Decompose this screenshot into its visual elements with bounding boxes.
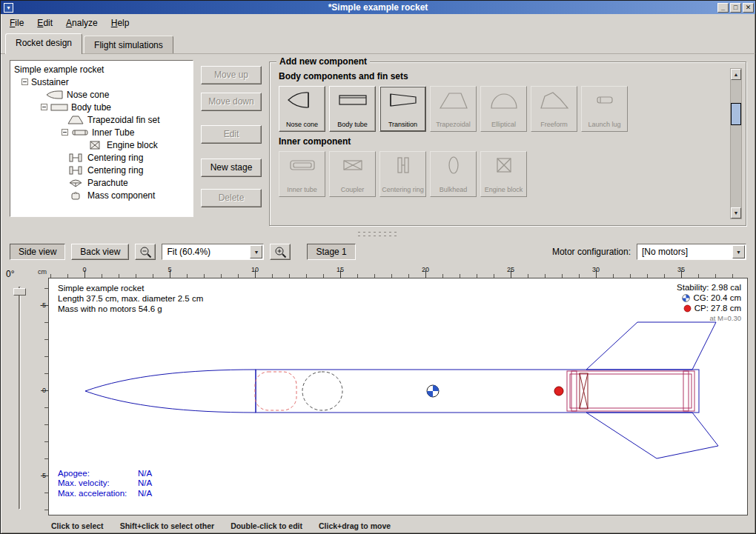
hint-shift-click: Shift+click to select other — [120, 521, 215, 530]
add-trapezoidal-fin-button[interactable]: Trapezoidal — [430, 86, 477, 132]
add-launch-lug-button[interactable]: Launch lug — [581, 86, 628, 132]
scrollbar-thumb[interactable] — [731, 103, 741, 125]
zoom-out-button[interactable] — [135, 244, 156, 260]
add-centering-ring-button[interactable]: Centering ring — [379, 151, 426, 197]
add-engine-block-button[interactable]: Engine block — [480, 151, 527, 197]
rocket-canvas[interactable]: Simple example rocket Length 37.5 cm, ma… — [48, 278, 748, 515]
tree-item-rocket[interactable]: Simple example rocket — [10, 63, 193, 76]
add-elliptical-fin-button[interactable]: Elliptical — [480, 86, 527, 132]
maximize-button[interactable]: □ — [730, 3, 741, 13]
zoom-select[interactable]: Fit (60.4%) ▼ — [162, 244, 264, 260]
max-velocity-label: Max. velocity: — [58, 478, 138, 489]
status-bar: Click to select Shift+click to select ot… — [1, 518, 755, 533]
parachute-outline[interactable] — [255, 372, 296, 410]
add-body-tube-button[interactable]: Body tube — [329, 86, 376, 132]
stage-1-toggle[interactable]: Stage 1 — [307, 244, 355, 260]
expander-icon[interactable] — [21, 79, 28, 85]
tree-item-sustainer[interactable]: Sustainer — [10, 76, 193, 88]
ruler-label: -5 — [36, 301, 46, 309]
edit-button[interactable]: Edit — [201, 125, 262, 144]
tree-item-label: Inner Tube — [92, 127, 134, 138]
engine-block-icon — [488, 156, 520, 175]
add-inner-tube-button[interactable]: Inner tube — [279, 151, 325, 197]
engine-block-outline[interactable] — [580, 373, 588, 409]
component-panel-scrollbar[interactable]: ▲ ▼ — [730, 68, 742, 219]
inner-tube-outline[interactable] — [567, 371, 694, 411]
tree-item-parachute[interactable]: Parachute — [10, 176, 193, 189]
tree-actions: Move up Move down Edit New stage Delete — [201, 60, 262, 207]
body-components-label: Body components and fin sets — [279, 71, 726, 81]
move-up-button[interactable]: Move up — [201, 66, 262, 84]
side-view-button[interactable]: Side view — [10, 244, 65, 260]
apogee-label: Apogee: — [58, 469, 138, 479]
tree-item-centering-ring-2[interactable]: Centering ring — [10, 164, 193, 176]
rocket-name: Simple example rocket — [58, 283, 203, 293]
window-menu-icon[interactable]: ▾ — [4, 3, 13, 13]
tree-item-label: Sustainer — [31, 77, 69, 87]
transition-icon — [387, 90, 420, 110]
minimize-button[interactable]: _ — [717, 3, 729, 13]
zoom-out-icon — [139, 246, 152, 258]
close-button[interactable]: ✕ — [743, 3, 754, 13]
freeform-fin-icon — [538, 90, 571, 110]
menu-help[interactable]: Help — [105, 16, 136, 30]
tree-item-body-tube[interactable]: Body tube — [10, 101, 193, 113]
fin-set-icon — [67, 116, 84, 124]
expander-icon[interactable] — [41, 104, 47, 110]
tree-item-fin-set[interactable]: Trapezoidal fin set — [10, 113, 193, 126]
delete-button[interactable]: Delete — [201, 189, 262, 207]
scroll-up-icon[interactable]: ▲ — [731, 69, 741, 80]
tree-item-label: Parachute — [87, 178, 128, 188]
ruler-label: 5 — [168, 266, 171, 273]
rocket-info: Simple example rocket Length 37.5 cm, ma… — [58, 283, 203, 314]
new-stage-button[interactable]: New stage — [201, 158, 262, 177]
mach-label: at M=0.30 — [677, 313, 741, 324]
menubar: File Edit Analyze Help — [1, 14, 755, 32]
ruler-label: 35 — [677, 266, 685, 273]
ruler-label: 0 — [82, 266, 86, 273]
move-down-button[interactable]: Move down — [201, 93, 262, 111]
back-view-button[interactable]: Back view — [71, 244, 129, 260]
button-label: Elliptical — [491, 121, 516, 129]
zoom-in-button[interactable] — [270, 244, 291, 260]
design-top-section: Simple example rocket Sustainer Nose con… — [1, 54, 755, 227]
cg-value: CG: 20.4 cm — [693, 293, 741, 303]
tab-flight-simulations[interactable]: Flight simulations — [84, 36, 173, 53]
chevron-down-icon[interactable]: ▼ — [732, 245, 745, 258]
button-label: Centering ring — [382, 187, 424, 194]
add-bulkhead-button[interactable]: Bulkhead — [430, 151, 477, 197]
app-window: ▾ *Simple example rocket _ □ ✕ File Edit… — [0, 0, 756, 534]
ruler-label: 5 — [36, 472, 46, 479]
tree-item-label: Body tube — [71, 102, 111, 113]
rotation-slider[interactable] — [19, 287, 21, 510]
mass-component-outline[interactable] — [302, 372, 342, 410]
titlebar[interactable]: ▾ *Simple example rocket _ □ ✕ — [1, 1, 755, 14]
launch-lug-icon — [588, 90, 621, 110]
menu-edit[interactable]: Edit — [31, 16, 59, 30]
rotation-slider-thumb[interactable] — [13, 288, 26, 296]
scroll-down-icon[interactable]: ▼ — [731, 207, 741, 218]
horizontal-ruler: 0 5 10 15 20 25 30 35 — [48, 266, 748, 278]
chevron-down-icon[interactable]: ▼ — [250, 245, 262, 258]
menu-analyze[interactable]: Analyze — [60, 16, 104, 30]
add-transition-button[interactable]: Transition — [379, 86, 426, 132]
tree-item-centering-ring-1[interactable]: Centering ring — [10, 151, 193, 164]
expander-icon[interactable] — [62, 129, 68, 136]
component-tree[interactable]: Simple example rocket Sustainer Nose con… — [10, 60, 193, 217]
button-label: Engine block — [485, 187, 523, 194]
tab-rocket-design[interactable]: Rocket design — [5, 33, 82, 54]
tree-item-inner-tube[interactable]: Inner Tube — [10, 126, 193, 138]
button-label: Coupler — [341, 187, 365, 194]
menu-file[interactable]: File — [4, 16, 30, 30]
add-nose-cone-button[interactable]: Nose cone — [279, 86, 325, 132]
elliptical-fin-icon — [488, 90, 520, 110]
motor-configuration-select[interactable]: [No motors] ▼ — [637, 244, 746, 260]
tree-item-mass-component[interactable]: Mass component — [10, 189, 193, 201]
tree-item-engine-block[interactable]: Engine block — [10, 138, 193, 151]
add-coupler-button[interactable]: Coupler — [329, 151, 376, 197]
tree-item-nose-cone[interactable]: Nose cone — [10, 88, 193, 101]
button-label: Nose cone — [286, 121, 318, 129]
zoom-value: Fit (60.4%) — [162, 247, 250, 257]
splitter-handle[interactable] — [1, 227, 755, 239]
add-freeform-fin-button[interactable]: Freeform — [531, 86, 577, 132]
